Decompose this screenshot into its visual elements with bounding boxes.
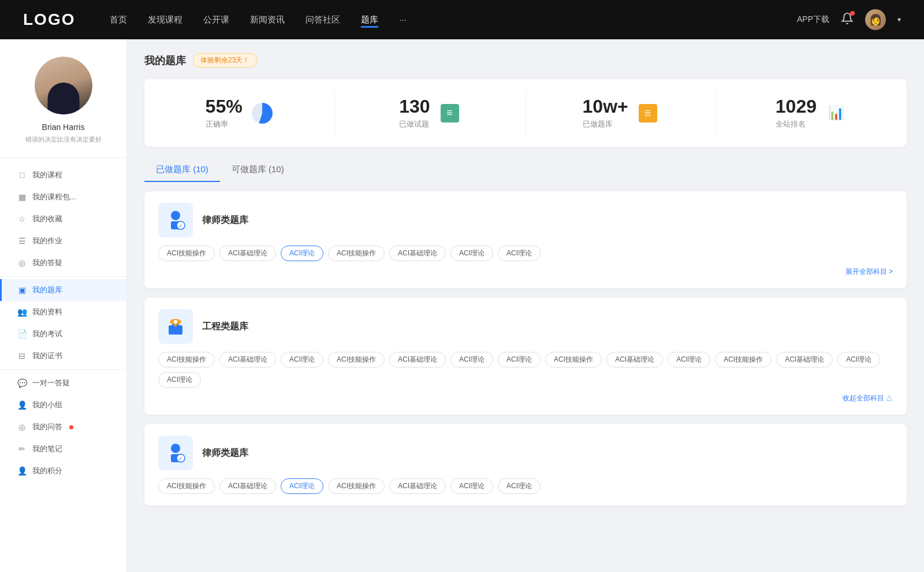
qbank-tag[interactable]: ACI基础理论 — [219, 478, 276, 494]
qbank-tag[interactable]: ACI基础理论 — [219, 246, 276, 261]
sidebar-label-favorites: 我的收藏 — [32, 214, 62, 224]
sidebar-item-favorites[interactable]: ☆ 我的收藏 — [0, 208, 126, 230]
sidebar-item-my-qbank[interactable]: ▣ 我的题库 — [0, 279, 126, 301]
qbank-tag[interactable]: ACI理论 — [837, 352, 880, 367]
notification-bell[interactable] — [841, 12, 854, 27]
qbank-tags-1: ACI技能操作 ACI基础理论 ACI理论 ACI技能操作 ACI基础理论 AC… — [158, 246, 893, 261]
qbank-tags-3: ACI技能操作 ACI基础理论 ACI理论 ACI技能操作 ACI基础理论 AC… — [158, 478, 893, 494]
navbar-right: APP下载 👩 ▾ — [797, 9, 901, 30]
nav-qa[interactable]: 问答社区 — [305, 12, 340, 28]
sidebar-label-homework: 我的作业 — [32, 236, 62, 246]
nav-discover[interactable]: 发现课程 — [148, 12, 182, 28]
stat-ranking: 1029 全站排名 📊 — [717, 91, 907, 135]
qbank-tag[interactable]: ACI技能操作 — [715, 352, 772, 367]
red-chart-icon: 📊 — [828, 106, 844, 121]
qbank-tag[interactable]: ACI理论 — [498, 352, 541, 367]
page-header: 我的题库 体验剩余23天！ — [144, 53, 907, 68]
qbank-tag[interactable]: ACI基础理论 — [389, 478, 446, 494]
sidebar-divider-3 — [0, 369, 126, 370]
stats-row: 55% 正确率 130 已做试题 ≡ 10w+ — [144, 79, 907, 147]
qbank-tag[interactable]: ACI理论 — [450, 246, 493, 261]
qbank-tag-active[interactable]: ACI理论 — [281, 246, 323, 261]
qbank-tag[interactable]: ACI技能操作 — [328, 246, 385, 261]
qbank-card-lawyer-1: ✓ 律师类题库 ACI技能操作 ACI基础理论 ACI理论 ACI技能操作 AC… — [144, 191, 907, 288]
qbank-tag[interactable]: ACI理论 — [498, 478, 541, 494]
sidebar-item-course-package[interactable]: ▦ 我的课程包... — [0, 186, 126, 208]
my-data-icon: 👥 — [17, 307, 27, 317]
sidebar-item-my-exam[interactable]: 📄 我的考试 — [0, 323, 126, 345]
qbank-tag[interactable]: ACI基础理论 — [776, 352, 833, 367]
qbank-tag[interactable]: ACI技能操作 — [328, 352, 385, 367]
my-exam-icon: 📄 — [17, 329, 27, 339]
qbank-tag[interactable]: ACI基础理论 — [389, 352, 446, 367]
qbank-tag[interactable]: ACI基础理论 — [219, 352, 276, 367]
qbank-tag[interactable]: ACI理论 — [281, 352, 323, 367]
avatar[interactable]: 👩 — [865, 9, 886, 30]
sidebar-item-my-course[interactable]: □ 我的课程 — [0, 164, 126, 186]
qbank-tag[interactable]: ACI技能操作 — [158, 246, 215, 261]
tabs-row: 已做题库 (10) 可做题库 (10) — [144, 158, 907, 182]
course-package-icon: ▦ — [17, 192, 27, 202]
my-questions-icon: ◎ — [17, 422, 27, 432]
qbank-tag[interactable]: ACI基础理论 — [389, 246, 446, 261]
qbank-tag[interactable]: ACI理论 — [450, 478, 493, 494]
svg-point-9 — [171, 444, 180, 453]
nav-news[interactable]: 新闻资讯 — [250, 12, 285, 28]
qbank-tag[interactable]: ACI技能操作 — [545, 352, 602, 367]
sidebar-divider-2 — [0, 276, 126, 277]
sidebar-motto: 错误的决定比没有决定要好 — [14, 135, 113, 144]
accuracy-icon — [251, 102, 274, 125]
nav-open-course[interactable]: 公开课 — [203, 12, 229, 28]
collapse-subjects[interactable]: 收起全部科目 △ — [158, 393, 893, 403]
sidebar-label-1on1: 一对一答疑 — [32, 378, 70, 388]
sidebar-item-my-points[interactable]: 👤 我的积分 — [0, 460, 126, 482]
qbank-tag[interactable]: ACI技能操作 — [328, 478, 385, 494]
sidebar-item-my-notes[interactable]: ✏ 我的笔记 — [0, 438, 126, 460]
nav-exam[interactable]: 题库 — [361, 12, 378, 28]
logo: LOGO — [23, 10, 75, 29]
sidebar-label-my-points: 我的积分 — [32, 466, 62, 476]
qbank-tag[interactable]: ACI理论 — [158, 372, 201, 388]
sidebar-item-homework[interactable]: ☰ 我的作业 — [0, 230, 126, 252]
stat-accuracy: 55% 正确率 — [144, 91, 335, 135]
sidebar-avatar — [35, 57, 92, 114]
main-content: 我的题库 体验剩余23天！ 55% 正确率 130 已做试题 — [127, 39, 924, 572]
svg-rect-4 — [169, 325, 182, 335]
tab-done-banks[interactable]: 已做题库 (10) — [144, 158, 220, 182]
app-download-button[interactable]: APP下载 — [797, 14, 829, 25]
stat-done-banks-label: 已做题库 — [583, 119, 628, 129]
qbank-tag[interactable]: ACI技能操作 — [158, 352, 215, 367]
stat-accuracy-label: 正确率 — [206, 119, 243, 129]
expand-subjects-1[interactable]: 展开全部科目 > — [158, 267, 893, 277]
sidebar-label-my-qa: 我的答疑 — [32, 258, 62, 268]
user-menu-chevron[interactable]: ▾ — [897, 16, 901, 24]
qbank-tags-2: ACI技能操作 ACI基础理论 ACI理论 ACI技能操作 ACI基础理论 AC… — [158, 352, 893, 388]
nav-home[interactable]: 首页 — [110, 12, 127, 28]
sidebar-item-my-questions[interactable]: ◎ 我的问答 — [0, 416, 126, 438]
qbank-tag[interactable]: ACI理论 — [668, 352, 710, 367]
my-qa-icon: ◎ — [17, 258, 27, 268]
ranking-icon: 📊 — [825, 102, 848, 125]
qbank-tag[interactable]: ACI理论 — [450, 352, 493, 367]
sidebar-item-my-group[interactable]: 👤 我的小组 — [0, 394, 126, 416]
sidebar-item-my-certificate[interactable]: ⊟ 我的证书 — [0, 345, 126, 367]
my-notes-icon: ✏ — [17, 444, 27, 454]
qbank-card-header-2: 工程类题库 — [158, 309, 893, 344]
green-doc-icon: ≡ — [441, 104, 459, 122]
sidebar-item-1on1[interactable]: 💬 一对一答疑 — [0, 372, 126, 394]
sidebar-label-my-questions: 我的问答 — [32, 422, 62, 432]
qbank-lawyer-icon-2: ✓ — [158, 436, 193, 470]
tab-available-banks[interactable]: 可做题库 (10) — [220, 158, 296, 182]
nav-more[interactable]: ··· — [399, 12, 407, 28]
avatar-image: 👩 — [865, 9, 886, 30]
main-container: Brian Harris 错误的决定比没有决定要好 □ 我的课程 ▦ 我的课程包… — [0, 39, 924, 572]
qbank-tag-active[interactable]: ACI理论 — [281, 478, 323, 494]
qbank-title-2: 工程类题库 — [202, 321, 248, 333]
sidebar-item-my-data[interactable]: 👥 我的资料 — [0, 301, 126, 323]
sidebar-item-my-qa[interactable]: ◎ 我的答疑 — [0, 252, 126, 274]
stat-done-value: 130 — [399, 96, 430, 117]
qbank-tag[interactable]: ACI技能操作 — [158, 478, 215, 494]
qbank-tag[interactable]: ACI基础理论 — [606, 352, 663, 367]
qbank-tag[interactable]: ACI理论 — [498, 246, 541, 261]
sidebar-username: Brian Harris — [42, 122, 85, 132]
